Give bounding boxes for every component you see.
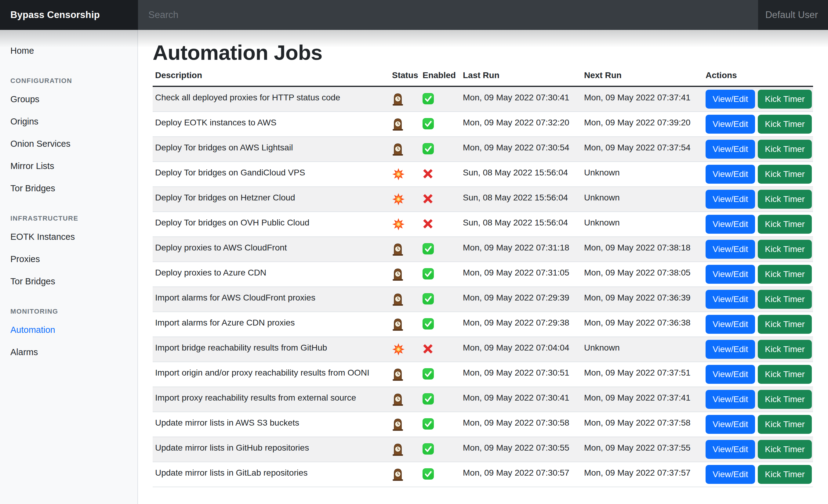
sidebar-item-onion-services[interactable]: Onion Services [0, 133, 137, 155]
job-enabled-cell [420, 237, 460, 262]
sidebar-item-groups[interactable]: Groups [0, 88, 137, 110]
job-actions-cell: View/EditKick Timer [703, 86, 813, 112]
job-description: Update mirror lists in AWS S3 buckets [153, 412, 389, 437]
user-menu-link[interactable]: Default User [765, 9, 818, 20]
kick-timer-button[interactable]: Kick Timer [758, 265, 812, 284]
kick-timer-button[interactable]: Kick Timer [758, 140, 812, 158]
job-next-run: Mon, 09 May 2022 07:37:54 [582, 137, 703, 162]
view-edit-button[interactable]: View/Edit [706, 290, 755, 309]
cross-mark-icon [422, 343, 433, 358]
mantel-clock-icon [392, 417, 404, 435]
kick-timer-button[interactable]: Kick Timer [758, 440, 812, 459]
job-enabled-cell [420, 262, 460, 287]
kick-timer-button[interactable]: Kick Timer [758, 465, 812, 484]
job-last-run: Mon, 09 May 2022 07:31:05 [460, 262, 582, 287]
view-edit-button[interactable]: View/Edit [706, 90, 755, 108]
search-input[interactable] [138, 0, 758, 30]
view-edit-button[interactable]: View/Edit [706, 340, 755, 359]
view-edit-button[interactable]: View/Edit [706, 440, 755, 459]
job-status-cell [389, 287, 420, 312]
job-description: Import origin and/or proxy reachability … [153, 362, 389, 387]
check-mark-icon [422, 443, 434, 458]
job-next-run: Mon, 09 May 2022 07:39:20 [582, 112, 703, 137]
job-description: Deploy proxies to Azure CDN [153, 262, 389, 287]
job-next-run: Mon, 09 May 2022 07:37:41 [582, 86, 703, 112]
view-edit-button[interactable]: View/Edit [706, 115, 755, 134]
job-actions-cell: View/EditKick Timer [703, 362, 813, 387]
kick-timer-button[interactable]: Kick Timer [758, 240, 812, 259]
job-enabled-cell [420, 162, 460, 187]
view-edit-button[interactable]: View/Edit [706, 465, 755, 484]
sidebar-item-home[interactable]: Home [0, 40, 137, 62]
view-edit-button[interactable]: View/Edit [706, 165, 755, 184]
mantel-clock-icon [392, 367, 404, 385]
job-row: Import alarms for AWS CloudFront proxies… [153, 287, 813, 312]
check-mark-icon [422, 468, 434, 483]
sidebar-item-alarms[interactable]: Alarms [0, 341, 137, 363]
kick-timer-button[interactable]: Kick Timer [758, 215, 812, 234]
job-enabled-cell [420, 462, 460, 487]
job-description: Import proxy reachability results from e… [153, 387, 389, 412]
view-edit-button[interactable]: View/Edit [706, 365, 755, 384]
job-next-run: Unknown [582, 187, 703, 212]
job-actions-cell: View/EditKick Timer [703, 112, 813, 137]
job-last-run: Mon, 09 May 2022 07:30:57 [460, 462, 582, 487]
job-status-cell [389, 412, 420, 437]
kick-timer-button[interactable]: Kick Timer [758, 90, 812, 108]
job-actions-cell: View/EditKick Timer [703, 137, 813, 162]
kick-timer-button[interactable]: Kick Timer [758, 290, 812, 309]
kick-timer-button[interactable]: Kick Timer [758, 115, 812, 134]
job-actions-cell: View/EditKick Timer [703, 187, 813, 212]
cross-mark-icon [422, 219, 433, 233]
brand-link[interactable]: Bypass Censorship [0, 0, 138, 30]
sidebar-item-automation[interactable]: Automation [0, 319, 137, 341]
view-edit-button[interactable]: View/Edit [706, 315, 755, 334]
job-next-run: Mon, 09 May 2022 07:37:58 [582, 412, 703, 437]
mantel-clock-icon [392, 317, 404, 335]
kick-timer-button[interactable]: Kick Timer [758, 190, 812, 209]
job-row: Deploy Tor bridges on Hetzner CloudSun, … [153, 187, 813, 212]
table-header: Description Status Enabled Last Run Next… [153, 65, 813, 86]
job-row: Deploy proxies to AWS CloudFrontMon, 09 … [153, 237, 813, 262]
kick-timer-button[interactable]: Kick Timer [758, 365, 812, 384]
job-last-run: Mon, 09 May 2022 07:30:58 [460, 412, 582, 437]
kick-timer-button[interactable]: Kick Timer [758, 165, 812, 184]
job-next-run: Mon, 09 May 2022 07:36:39 [582, 287, 703, 312]
sidebar-item-tor-bridges[interactable]: Tor Bridges [0, 177, 137, 199]
sidebar-item-proxies[interactable]: Proxies [0, 248, 137, 270]
kick-timer-button[interactable]: Kick Timer [758, 390, 812, 409]
kick-timer-button[interactable]: Kick Timer [758, 415, 812, 434]
job-last-run: Mon, 09 May 2022 07:30:41 [460, 86, 582, 112]
view-edit-button[interactable]: View/Edit [706, 190, 755, 209]
job-actions-cell: View/EditKick Timer [703, 462, 813, 487]
sidebar-item-tor-bridges[interactable]: Tor Bridges [0, 270, 137, 292]
kick-timer-button[interactable]: Kick Timer [758, 315, 812, 334]
mantel-clock-icon [392, 292, 404, 310]
view-edit-button[interactable]: View/Edit [706, 140, 755, 158]
job-next-run: Mon, 09 May 2022 07:38:05 [582, 262, 703, 287]
sidebar-item-mirror-lists[interactable]: Mirror Lists [0, 155, 137, 177]
view-edit-button[interactable]: View/Edit [706, 265, 755, 284]
job-row: Import origin and/or proxy reachability … [153, 362, 813, 387]
column-header-status: Status [389, 65, 420, 86]
view-edit-button[interactable]: View/Edit [706, 415, 755, 434]
job-description: Import alarms for AWS CloudFront proxies [153, 287, 389, 312]
page-title: Automation Jobs [153, 42, 828, 63]
view-edit-button[interactable]: View/Edit [706, 390, 755, 409]
column-header-enabled: Enabled [420, 65, 460, 86]
job-row: Import alarms for Azure CDN proxiesMon, … [153, 312, 813, 337]
job-enabled-cell [420, 362, 460, 387]
kick-timer-button[interactable]: Kick Timer [758, 340, 812, 359]
job-description: Update mirror lists in GitHub repositori… [153, 437, 389, 462]
check-mark-icon [422, 243, 434, 258]
sidebar-item-origins[interactable]: Origins [0, 110, 137, 133]
view-edit-button[interactable]: View/Edit [706, 240, 755, 259]
job-status-cell [389, 187, 420, 212]
job-description: Import bridge reachability results from … [153, 337, 389, 362]
job-row: Deploy Tor bridges on OVH Public CloudSu… [153, 212, 813, 237]
job-enabled-cell [420, 86, 460, 112]
job-actions-cell: View/EditKick Timer [703, 237, 813, 262]
job-enabled-cell [420, 412, 460, 437]
sidebar-item-eotk-instances[interactable]: EOTK Instances [0, 226, 137, 248]
view-edit-button[interactable]: View/Edit [706, 215, 755, 234]
